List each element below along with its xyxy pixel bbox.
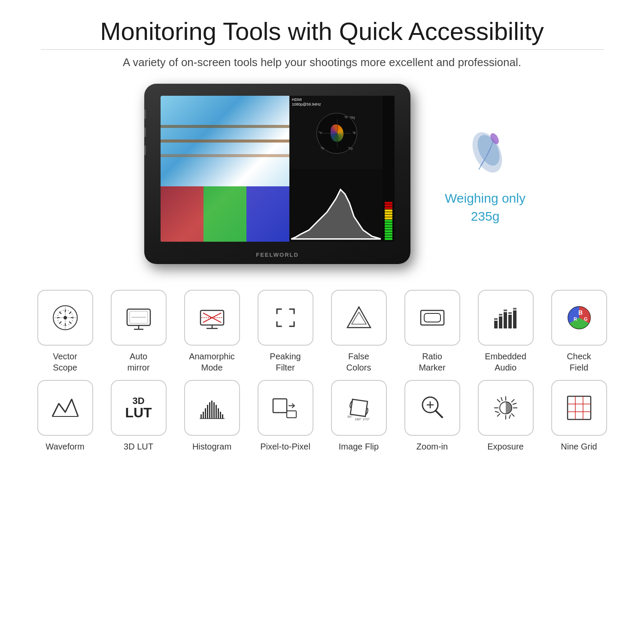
anamorphic-label: AnamorphicMode	[189, 351, 235, 373]
hdmi-label: HDMI1080p@59.94Hz	[292, 97, 321, 107]
false-colors-label: FalseColors	[346, 351, 371, 373]
svg-line-80	[497, 413, 500, 416]
feather-icon	[464, 131, 507, 182]
header-section: Monitoring Tools with Quick Accessibilit…	[26, 17, 618, 71]
zoom-in-icon-box	[404, 380, 460, 436]
feature-auto-mirror: Automirror	[105, 290, 172, 373]
svg-rect-33	[424, 313, 440, 322]
exposure-icon-box	[478, 380, 534, 436]
svg-rect-53	[209, 402, 210, 419]
vc-b-label: °B	[352, 131, 355, 134]
exposure-icon	[491, 393, 521, 423]
vc-r-label: °R	[344, 116, 348, 119]
feature-peaking: PeakingFilter	[252, 290, 319, 373]
zoom-in-icon	[417, 393, 447, 423]
audio-bar-green-7	[385, 235, 392, 237]
svg-rect-42	[508, 312, 512, 314]
svg-rect-50	[203, 412, 204, 419]
ratio-marker-icon	[417, 303, 447, 333]
svg-text:270°: 270°	[363, 417, 370, 421]
auto-mirror-label: Automirror	[127, 351, 149, 373]
svg-rect-57	[218, 408, 219, 419]
audio-bar-yellow-2	[385, 212, 392, 214]
svg-rect-63	[287, 411, 296, 418]
svg-point-9	[64, 316, 67, 319]
feature-false-colors: FalseColors	[325, 290, 392, 373]
auto-mirror-icon	[124, 303, 154, 333]
device-port-2	[144, 128, 146, 137]
ratio-marker-label: RatioMarker	[419, 351, 445, 373]
nine-grid-icon-box	[551, 380, 607, 436]
vc-yl-label: °Yl	[318, 131, 322, 134]
svg-rect-56	[216, 405, 217, 419]
false-colors-icon	[344, 303, 374, 333]
zoom-in-label: Zoom-in	[416, 441, 448, 452]
screen-audio-meter	[383, 96, 395, 242]
svg-line-79	[511, 399, 514, 402]
nine-grid-icon	[564, 393, 594, 423]
check-field-icon: B R G	[564, 303, 594, 333]
audio-bar-yellow-1	[385, 210, 392, 212]
monitor-wrapper: HDMI1080p@59.94Hz °R °Mg °B °Cy °G °Yl	[118, 79, 419, 277]
svg-rect-36	[504, 312, 507, 328]
svg-marker-30	[352, 312, 366, 324]
waveform-label: Waveform	[46, 441, 84, 452]
audio-bar-green-2	[385, 222, 392, 225]
waveform-green	[204, 186, 246, 242]
waveform-icon	[50, 393, 80, 423]
audio-bar-red-2	[385, 204, 392, 207]
screen-histogram	[289, 169, 383, 242]
peaking-label: PeakingFilter	[270, 351, 301, 373]
svg-rect-55	[213, 402, 215, 419]
audio-bar-green-1	[385, 220, 392, 222]
screen-photo-area	[161, 96, 289, 242]
svg-rect-39	[494, 318, 498, 320]
embedded-audio-label: EmbeddedAudio	[485, 351, 526, 373]
histogram-svg	[291, 184, 381, 240]
waveform-blue	[246, 186, 289, 242]
embedded-audio-icon	[491, 303, 521, 333]
pixel-to-pixel-icon-box	[258, 380, 313, 436]
audio-bar-yellow-3	[385, 215, 392, 217]
check-field-icon-box: B R G	[551, 290, 607, 346]
audio-bar-red-3	[385, 207, 392, 209]
page-container: Monitoring Tools with Quick Accessibilit…	[0, 0, 644, 476]
feature-nine-grid: Nine Grid	[546, 380, 612, 452]
screen-waveform	[161, 186, 289, 242]
subtitle: A variety of on-screen tools help your s…	[26, 54, 618, 71]
svg-text:G: G	[584, 316, 588, 322]
audio-bar-green-6	[385, 233, 392, 235]
vector-circle: °R °Mg °B °Cy °G °Yl	[316, 113, 357, 154]
exposure-label: Exposure	[487, 441, 524, 452]
feature-waveform: Waveform	[32, 380, 98, 452]
peaking-icon-box	[258, 290, 313, 346]
svg-line-84	[495, 411, 499, 413]
feature-pixel-to-pixel: Pixel-to-Pixel	[252, 380, 319, 452]
vc-g-label: °G	[320, 147, 324, 150]
vc-mg-label: °Mg	[349, 116, 355, 119]
svg-line-69	[436, 411, 442, 417]
weight-text: Weighing only235g	[445, 189, 526, 225]
check-field-label: CheckField	[567, 351, 591, 373]
vector-scope-label: VectorScope	[53, 351, 77, 373]
lut-icon-box: 3D LUT	[111, 380, 167, 436]
svg-rect-34	[494, 321, 498, 328]
embedded-audio-icon-box	[478, 290, 534, 346]
svg-line-78	[511, 413, 514, 416]
pixel-to-pixel-icon	[270, 393, 301, 423]
svg-text:90°: 90°	[347, 415, 352, 419]
anamorphic-icon	[197, 303, 227, 333]
anamorphic-icon-box	[184, 290, 240, 346]
waveform-red	[161, 186, 204, 242]
device-shell: HDMI1080p@59.94Hz °R °Mg °B °Cy °G °Yl	[144, 84, 410, 264]
audio-bar-green-8	[385, 238, 392, 240]
svg-rect-58	[220, 412, 221, 419]
svg-line-77	[497, 399, 500, 402]
waveform-icon-box	[37, 380, 93, 436]
feature-3d-lut: 3D LUT 3D LUT	[105, 380, 172, 452]
feature-image-flip: 90° 180° 270° Image Flip	[325, 380, 392, 452]
image-flip-label: Image Flip	[339, 441, 379, 452]
histogram-icon-box	[184, 380, 240, 436]
auto-mirror-icon-box	[111, 290, 167, 346]
svg-rect-40	[499, 314, 502, 316]
